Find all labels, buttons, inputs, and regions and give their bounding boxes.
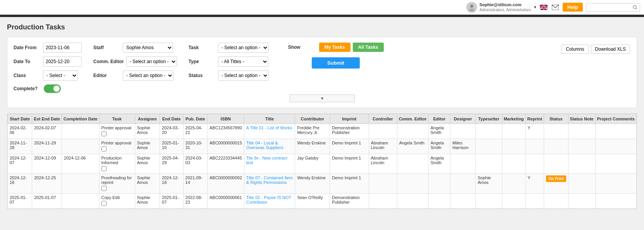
table-cell bbox=[397, 194, 428, 209]
complete-toggle[interactable] bbox=[44, 84, 61, 93]
table-cell: Production Informed bbox=[99, 154, 135, 174]
accordion-toggle-button[interactable]: ▾ bbox=[290, 94, 355, 102]
title-link[interactable]: Title 07 - Contained Item & Rights Permi… bbox=[246, 175, 293, 185]
table-cell bbox=[502, 174, 526, 194]
filter-col-1: Date From Date To Class - Select - bbox=[14, 43, 82, 81]
table-cell: Printer approval bbox=[99, 139, 135, 154]
table-cell: 2024-12-18 bbox=[160, 174, 184, 194]
table-cell bbox=[369, 174, 397, 194]
table-cell bbox=[544, 194, 568, 209]
table-cell bbox=[595, 124, 636, 139]
user-info-area: Sophie@stlison.com Administrators, Admin… bbox=[466, 2, 531, 13]
table-cell bbox=[502, 194, 526, 209]
status-group: Status - Select an option - bbox=[189, 70, 269, 81]
filter-form: Date From Date To Class - Select - Sta bbox=[7, 37, 637, 108]
table-cell bbox=[595, 174, 636, 194]
search-input[interactable] bbox=[589, 5, 631, 10]
table-cell: On Print bbox=[544, 174, 568, 194]
table-cell: Sophie Amos bbox=[476, 174, 502, 194]
submit-button[interactable]: Submit bbox=[312, 57, 360, 69]
table-cell: Demo Imprint 1 bbox=[330, 174, 369, 194]
show-row: Show My Tasks All Tasks bbox=[288, 43, 384, 52]
task-label: Task bbox=[189, 45, 216, 50]
date-to-input[interactable] bbox=[43, 57, 82, 67]
table-cell: Wendy Erskine bbox=[295, 139, 330, 154]
table-cell bbox=[568, 124, 595, 139]
table-cell: Sophie Amos bbox=[135, 194, 160, 209]
table-cell bbox=[526, 194, 544, 209]
table-cell bbox=[526, 154, 544, 174]
table-cell bbox=[502, 154, 526, 174]
type-select[interactable]: - All Titles - bbox=[218, 57, 268, 67]
title-link[interactable]: Title 04 - Local & Overseas Suppliers bbox=[246, 141, 283, 150]
date-from-label: Date From bbox=[14, 45, 41, 50]
task-group: Task - Select an option - bbox=[189, 43, 269, 53]
table-cell bbox=[544, 154, 568, 174]
results-table-container: Start Date Est End Date Completion Date … bbox=[7, 113, 637, 209]
table-cell bbox=[568, 139, 595, 154]
status-label: Status bbox=[189, 73, 216, 78]
status-select[interactable]: - Select an option - bbox=[218, 70, 269, 81]
table-cell: Proofreading for reprint bbox=[99, 174, 135, 194]
table-row: 2024-02-062024-02-07Printer approvalSoph… bbox=[8, 124, 637, 139]
table-cell: 2025-01-10 bbox=[160, 139, 184, 154]
class-group: Class - Select - bbox=[14, 70, 82, 81]
user-dropdown-arrow[interactable]: ▾ bbox=[534, 5, 536, 10]
table-row: 2025-01-072025-01-07Copy EditSophie Amos… bbox=[8, 194, 637, 209]
svg-rect-10 bbox=[540, 7, 548, 8]
columns-button[interactable]: Columns bbox=[562, 45, 588, 54]
task-select[interactable]: - Select an option - bbox=[218, 43, 269, 53]
mail-icon[interactable] bbox=[551, 3, 560, 12]
col-typesetter: Typesetter bbox=[476, 114, 502, 124]
table-cell: 2024-03-20 bbox=[160, 124, 184, 139]
title-link[interactable]: Title 02 - Payee IS NOT Contributor bbox=[246, 195, 291, 204]
col-marketing: Marketing bbox=[502, 114, 526, 124]
title-link[interactable]: Tile 9x - New contract test bbox=[246, 156, 287, 165]
search-box[interactable] bbox=[586, 3, 640, 12]
show-label: Show bbox=[288, 45, 315, 50]
table-cell: Demo Imprint 1 bbox=[330, 154, 369, 174]
language-icon[interactable] bbox=[539, 3, 548, 12]
my-tasks-button[interactable]: My Tasks bbox=[319, 43, 350, 52]
table-cell bbox=[397, 124, 428, 139]
col-status-note: Status Note bbox=[568, 114, 595, 124]
date-from-input[interactable] bbox=[43, 43, 82, 53]
user-email: Sophie@stlison.com bbox=[479, 2, 531, 7]
top-bar: Sophie@stlison.com Administrators, Admin… bbox=[0, 0, 644, 15]
table-cell bbox=[595, 139, 636, 154]
filter-col-2: Staff Sophie Amos Comm. Editor - Select … bbox=[93, 43, 177, 81]
table-cell: Y bbox=[526, 174, 544, 194]
table-cell: ABC0000000061 bbox=[208, 194, 244, 209]
comm-editor-group: Comm. Editor - Select an option - bbox=[93, 57, 177, 67]
col-designer: Designer bbox=[450, 114, 476, 124]
table-cell: 2021-09-14 bbox=[183, 174, 207, 194]
table-cell: ABC2223334445 bbox=[208, 154, 244, 174]
table-cell: Freddie Pre Mercury Jr. bbox=[295, 124, 330, 139]
table-row: 2024-12-072024-12-092024-12-06Production… bbox=[8, 154, 637, 174]
show-submit-area: Show My Tasks All Tasks Submit bbox=[288, 43, 384, 69]
title-link[interactable]: A Title 01 - List of Works bbox=[246, 125, 292, 130]
table-cell bbox=[62, 174, 99, 194]
table-cell bbox=[544, 124, 568, 139]
col-project-comments: Project Comments bbox=[595, 114, 636, 124]
table-cell bbox=[544, 139, 568, 154]
all-tasks-button[interactable]: All Tasks bbox=[353, 43, 384, 52]
table-cell: 2024-02-07 bbox=[32, 124, 62, 139]
table-cell bbox=[476, 194, 502, 209]
table-cell: Title 02 - Payee IS NOT Contributor bbox=[244, 194, 295, 209]
col-completion-date: Completion Date bbox=[62, 114, 99, 124]
table-cell: Angela Smith bbox=[428, 139, 450, 154]
download-xls-button[interactable]: Download XLS bbox=[591, 45, 630, 54]
help-button[interactable]: Help bbox=[563, 3, 583, 12]
table-cell: Angela Smith bbox=[428, 124, 450, 139]
table-cell: Demo Imprint 1 bbox=[330, 139, 369, 154]
comm-editor-select[interactable]: - Select an option - bbox=[126, 57, 177, 67]
staff-select[interactable]: Sophie Amos bbox=[123, 43, 173, 53]
class-select[interactable]: - Select - bbox=[43, 70, 78, 81]
status-badge: On Print bbox=[546, 175, 566, 182]
editor-select[interactable]: - Select an option - bbox=[123, 70, 173, 81]
table-cell: Title 04 - Local & Overseas Suppliers bbox=[244, 139, 295, 154]
table-cell: 2025-01-07 bbox=[8, 194, 32, 209]
col-pub-date: Pub. Date bbox=[183, 114, 207, 124]
col-title: Title bbox=[244, 114, 295, 124]
